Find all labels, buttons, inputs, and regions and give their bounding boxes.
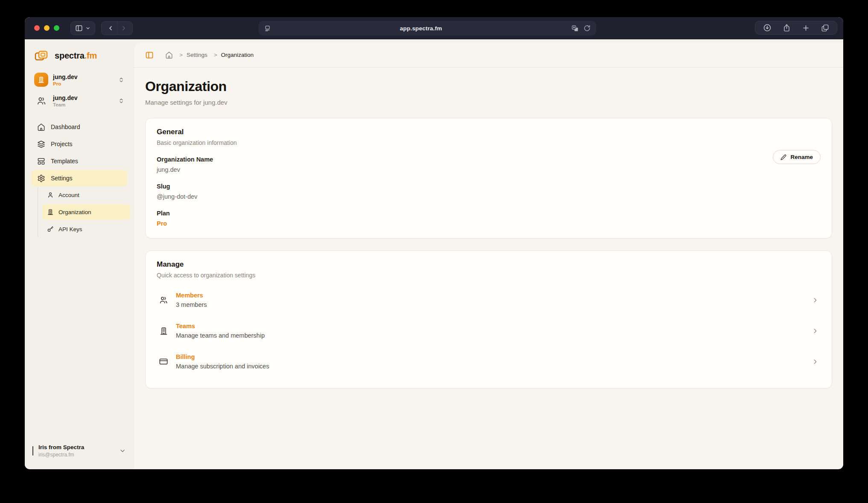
- browser-history-buttons: [101, 21, 133, 35]
- manage-row-subtitle: 3 members: [176, 301, 804, 308]
- chevron-right-icon: [812, 327, 819, 335]
- back-button[interactable]: [104, 22, 117, 35]
- chevron-right-icon: [812, 358, 819, 365]
- sidebar-item-label: API Keys: [58, 226, 82, 232]
- minimize-window-button[interactable]: [44, 25, 50, 31]
- sidebar-item-organization[interactable]: Organization: [42, 204, 130, 220]
- sidebar-item-label: Dashboard: [51, 124, 80, 130]
- share-button[interactable]: [783, 24, 791, 32]
- rename-button[interactable]: Rename: [773, 150, 821, 164]
- page-content: Organization Manage settings for jung.de…: [134, 68, 843, 388]
- chevron-down-icon: [119, 447, 126, 454]
- building-icon: [38, 76, 45, 83]
- sidebar-item-label: Projects: [51, 141, 73, 147]
- panel-left-icon: [75, 24, 83, 32]
- breadcrumb-home[interactable]: [165, 51, 173, 59]
- field-value: @jung-dot-dev: [157, 193, 821, 200]
- forward-button[interactable]: [117, 22, 130, 35]
- manage-rows: Members 3 members: [157, 285, 821, 377]
- general-card: General Basic organization information O…: [145, 118, 832, 238]
- key-icon: [47, 226, 54, 232]
- gear-icon: [37, 174, 45, 182]
- breadcrumb-item-organization: > Organization: [214, 52, 254, 58]
- breadcrumb-link[interactable]: Settings: [187, 52, 208, 58]
- workspace-plan-badge: Pro: [53, 81, 114, 86]
- workspace-switcher-team[interactable]: jung.dev Team: [31, 91, 128, 110]
- sidebar-item-account[interactable]: Account: [42, 187, 130, 203]
- manage-row-title: Billing: [176, 353, 804, 360]
- card-title: Manage: [157, 260, 821, 269]
- close-window-button[interactable]: [34, 25, 40, 31]
- manage-row-members[interactable]: Members 3 members: [157, 285, 821, 315]
- chevron-down-icon: [85, 26, 91, 31]
- field-value-plan: Pro: [157, 220, 821, 227]
- user-menu[interactable]: Iris from Spectra iris@spectra.fm: [25, 440, 134, 464]
- rename-button-label: Rename: [790, 154, 813, 160]
- field-label: Slug: [157, 183, 821, 190]
- sidebar-item-templates[interactable]: Templates: [31, 153, 127, 169]
- zoom-window-button[interactable]: [54, 25, 59, 31]
- reader-mode-icon[interactable]: [264, 25, 271, 32]
- home-icon: [165, 51, 173, 59]
- sidebar-spacer: [25, 237, 134, 440]
- user-name: Iris from Spectra: [38, 444, 114, 450]
- spectra-logo-icon: [34, 49, 50, 62]
- brand-logo[interactable]: spectra.fm: [25, 46, 134, 64]
- card-subtitle: Quick access to organization settings: [157, 272, 821, 279]
- user-avatar: [32, 446, 33, 456]
- workspace-switcher-org[interactable]: jung.dev Pro: [31, 70, 128, 89]
- breadcrumb-separator: >: [214, 52, 217, 58]
- downloads-button[interactable]: [763, 24, 772, 32]
- field-slug: Slug @jung-dot-dev: [157, 183, 821, 200]
- browser-toolbar: app.spectra.fm: [25, 17, 843, 39]
- sidebar-item-projects[interactable]: Projects: [31, 136, 127, 152]
- browser-sidebar-toggle[interactable]: [70, 21, 95, 35]
- tab-overview-button[interactable]: [821, 24, 829, 32]
- new-tab-button[interactable]: [802, 24, 810, 32]
- address-bar[interactable]: app.spectra.fm: [259, 21, 596, 35]
- building-icon: [47, 209, 54, 215]
- user-email: iris@spectra.fm: [38, 452, 114, 458]
- breadcrumb: > Settings > Organization: [134, 43, 843, 68]
- credit-card-icon: [158, 357, 169, 366]
- sidebar-item-label: Settings: [51, 175, 73, 182]
- sidebar-item-settings[interactable]: Settings: [31, 170, 127, 186]
- sidebar-item-dashboard[interactable]: Dashboard: [31, 119, 127, 135]
- sidebar-item-api-keys[interactable]: API Keys: [42, 221, 130, 237]
- chevron-right-icon: [812, 297, 819, 304]
- manage-row-subtitle: Manage teams and membership: [176, 332, 804, 339]
- card-subtitle: Basic organization information: [157, 139, 821, 146]
- sidebar-item-label: Organization: [58, 209, 91, 215]
- team-avatar: [34, 94, 48, 108]
- building-icon: [158, 327, 169, 335]
- page-title: Organization: [145, 79, 832, 94]
- workspace-name: jung.dev: [53, 74, 114, 80]
- sidebar: spectra.fm jung.dev Pro: [25, 39, 134, 469]
- manage-row-billing[interactable]: Billing Manage subscription and invoices: [157, 346, 821, 377]
- breadcrumb-separator: >: [179, 52, 183, 58]
- workspace-switchers: jung.dev Pro jung.dev Team: [25, 70, 134, 110]
- user-icon: [47, 191, 54, 198]
- org-avatar: [34, 73, 48, 87]
- browser-window: app.spectra.fm: [25, 17, 843, 469]
- app-sidebar-toggle-button[interactable]: [145, 51, 154, 59]
- translate-icon[interactable]: [571, 25, 579, 32]
- window-controls: [34, 25, 59, 31]
- manage-row-teams[interactable]: Teams Manage teams and membership: [157, 315, 821, 346]
- sidebar-nav: Dashboard Projects Templates: [25, 119, 134, 186]
- plus-icon: [802, 24, 810, 32]
- breadcrumb-item-settings: > Settings: [179, 52, 208, 58]
- reload-icon[interactable]: [584, 25, 590, 32]
- field-organization-name: Organization Name jung.dev: [157, 156, 821, 173]
- workspace-type-badge: Team: [53, 102, 114, 107]
- home-icon: [37, 123, 45, 131]
- page-subtitle: Manage settings for jung.dev: [145, 99, 832, 106]
- workspace-name: jung.dev: [53, 94, 114, 101]
- users-icon: [36, 96, 47, 106]
- layers-icon: [37, 140, 45, 148]
- panel-left-icon: [145, 51, 154, 59]
- manage-card: Manage Quick access to organization sett…: [145, 250, 832, 388]
- field-label: Organization Name: [157, 156, 821, 163]
- main-panel: > Settings > Organization Organization M…: [134, 43, 843, 469]
- browser-action-buttons: [755, 21, 837, 35]
